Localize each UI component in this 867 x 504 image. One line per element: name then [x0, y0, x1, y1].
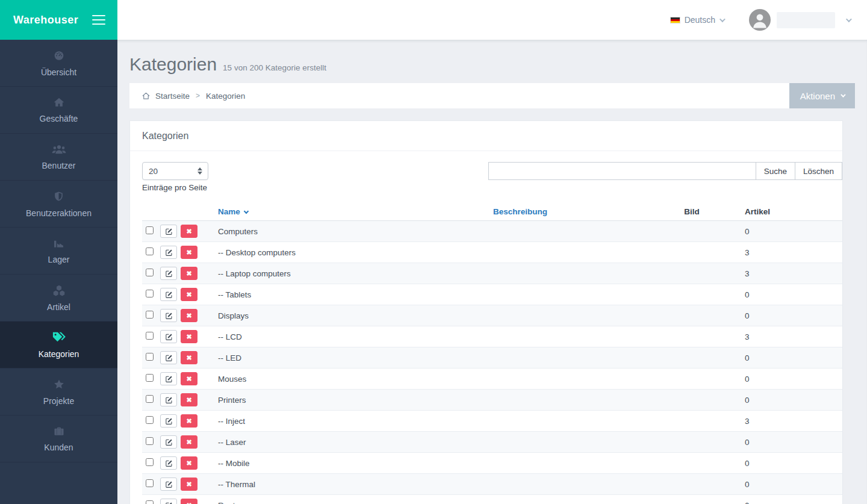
search-input[interactable] [488, 162, 756, 180]
app-window: Warehouser ÜbersichtGeschäfteBenutzerBen… [0, 0, 867, 504]
row-select-checkbox[interactable] [146, 332, 154, 340]
table-row: ✖Mouses0 [142, 369, 842, 390]
delete-x-icon: ✖ [186, 270, 191, 277]
per-page-select[interactable]: 20 [142, 162, 208, 180]
delete-row-button[interactable]: ✖ [181, 267, 197, 280]
edit-row-button[interactable] [160, 393, 177, 406]
row-select-checkbox[interactable] [146, 416, 154, 424]
clear-button[interactable]: Löschen [795, 162, 842, 180]
sidebar-item-artikel[interactable]: Artikel [0, 275, 117, 322]
hamburger-icon[interactable] [92, 15, 105, 25]
edit-icon [165, 249, 173, 257]
sidebar-item-kategorien[interactable]: Kategorien [0, 322, 117, 369]
edit-row-button[interactable] [160, 288, 177, 301]
cubes-icon [52, 284, 66, 297]
edit-row-button[interactable] [160, 246, 177, 259]
sidebar-item-uebersicht[interactable]: Übersicht [0, 40, 117, 87]
delete-row-button[interactable]: ✖ [181, 456, 197, 470]
delete-row-button[interactable]: ✖ [181, 499, 197, 504]
topbar: Deutsch [117, 0, 867, 40]
edit-row-button[interactable] [160, 309, 177, 322]
delete-row-button[interactable]: ✖ [181, 309, 197, 322]
delete-row-button[interactable]: ✖ [181, 246, 197, 259]
row-select-checkbox[interactable] [146, 290, 154, 297]
row-select-checkbox[interactable] [146, 395, 154, 403]
column-header-beschreibung[interactable]: Beschreibung [397, 203, 644, 221]
table-row: ✖-- Inject3 [142, 411, 842, 432]
category-artikel: 3 [740, 411, 842, 432]
row-select-checkbox[interactable] [146, 437, 154, 445]
breadcrumb-current: Kategorien [206, 92, 245, 101]
row-select-checkbox[interactable] [146, 311, 154, 319]
page-title: Kategorien [129, 53, 217, 76]
table-row: ✖-- Mobile0 [142, 453, 842, 474]
sidebar-item-geschaefte[interactable]: Geschäfte [0, 87, 117, 134]
category-bild [644, 495, 740, 504]
category-artikel: 3 [740, 263, 842, 284]
sidebar-item-benutzeraktionen[interactable]: Benutzeraktionen [0, 181, 117, 228]
edit-row-button[interactable] [160, 414, 177, 428]
home-outline-icon [141, 92, 151, 101]
delete-row-button[interactable]: ✖ [181, 351, 197, 364]
sidebar-item-label: Geschäfte [40, 114, 78, 123]
language-selector[interactable]: Deutsch [670, 15, 724, 25]
category-beschreibung [397, 432, 644, 453]
row-select-checkbox[interactable] [146, 247, 154, 255]
row-select-checkbox[interactable] [146, 479, 154, 487]
edit-row-button[interactable] [160, 351, 177, 364]
category-bild [644, 390, 740, 411]
row-select-checkbox[interactable] [146, 269, 154, 276]
edit-row-button[interactable] [160, 372, 177, 385]
categories-panel: Kategorien 20 Einträge pro Seite S [129, 120, 843, 504]
edit-row-button[interactable] [160, 456, 177, 470]
user-menu[interactable] [749, 9, 850, 31]
delete-row-button[interactable]: ✖ [181, 393, 197, 406]
breadcrumb-startseite-link[interactable]: Startseite [155, 92, 190, 101]
delete-row-button[interactable]: ✖ [181, 288, 197, 301]
delete-row-button[interactable]: ✖ [181, 330, 197, 343]
category-name: Computers [200, 221, 397, 242]
table-row: ✖-- Laser0 [142, 432, 842, 453]
sidebar-item-label: Kunden [44, 443, 73, 452]
delete-x-icon: ✖ [186, 228, 191, 235]
row-select-checkbox[interactable] [146, 374, 154, 382]
sidebar-item-benutzer[interactable]: Benutzer [0, 134, 117, 181]
search-button[interactable]: Suche [756, 162, 795, 180]
delete-row-button[interactable]: ✖ [181, 225, 197, 238]
row-select-checkbox[interactable] [146, 500, 154, 504]
edit-row-button[interactable] [160, 478, 177, 491]
delete-row-button[interactable]: ✖ [181, 478, 197, 491]
sidebar-item-projekte[interactable]: Projekte [0, 369, 117, 415]
edit-row-button[interactable] [160, 330, 177, 343]
row-select-checkbox[interactable] [146, 353, 154, 361]
edit-icon [165, 228, 173, 235]
column-header-name[interactable]: Name [200, 203, 397, 221]
sidebar-item-lager[interactable]: Lager [0, 228, 117, 275]
category-name: -- Thermal [200, 474, 397, 495]
delete-row-button[interactable]: ✖ [181, 372, 197, 385]
edit-row-button[interactable] [160, 225, 177, 238]
edit-row-button[interactable] [160, 499, 177, 504]
actions-button[interactable]: Aktionen [789, 83, 855, 108]
chevron-down-icon [719, 16, 726, 22]
sidebar-item-kunden[interactable]: Kunden [0, 415, 117, 462]
row-select-checkbox[interactable] [146, 458, 154, 466]
delete-row-button[interactable]: ✖ [181, 414, 197, 428]
edit-icon [165, 312, 173, 320]
sidebar-item-label: Übersicht [41, 67, 76, 77]
edit-row-button[interactable] [160, 267, 177, 280]
sidebar: Warehouser ÜbersichtGeschäfteBenutzerBen… [0, 0, 117, 504]
select-spinner-icon [197, 167, 202, 175]
edit-icon [165, 375, 173, 383]
row-select-checkbox[interactable] [146, 226, 154, 234]
edit-row-button[interactable] [160, 435, 177, 449]
edit-icon [165, 291, 173, 299]
star-icon [52, 378, 66, 391]
delete-row-button[interactable]: ✖ [181, 435, 197, 449]
table-row: ✖Printers0 [142, 390, 842, 411]
category-bild [644, 326, 740, 347]
content-area: Kategorien 15 von 200 Kategorie erstellt… [117, 40, 867, 504]
edit-icon [165, 459, 173, 467]
category-beschreibung [397, 263, 644, 284]
category-name: -- LCD [200, 326, 397, 347]
